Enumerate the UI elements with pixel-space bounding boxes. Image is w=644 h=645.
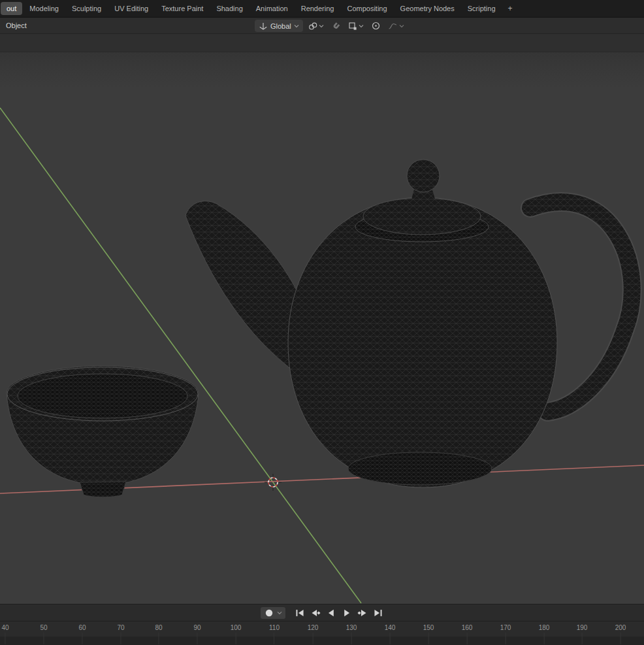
add-workspace-button[interactable]: +	[503, 3, 518, 14]
viewport-header: Object Global	[0, 18, 644, 34]
ruler-tick-label: 60	[78, 624, 86, 631]
tab-compositing[interactable]: Compositing	[341, 2, 393, 15]
ruler-tick-label: 50	[40, 624, 47, 631]
ruler-tick-label: 90	[193, 624, 201, 631]
play-reverse-button[interactable]	[326, 608, 336, 618]
ruler-tick-label: 170	[500, 624, 511, 631]
timeline-ruler[interactable]: 40 50 60 70 80 90 100 110 120 130 140 15…	[0, 621, 644, 645]
ruler-tick-label: 70	[117, 624, 124, 631]
tab-texture-paint[interactable]: Texture Paint	[155, 2, 209, 15]
tab-shading[interactable]: Shading	[210, 2, 248, 15]
orientation-dropdown[interactable]: Global	[255, 20, 303, 32]
viewport-canvas[interactable]	[0, 52, 644, 604]
falloff-curve-icon	[388, 22, 398, 31]
ruler-tick-label: 120	[308, 624, 319, 631]
tab-modeling[interactable]: Modeling	[24, 2, 65, 15]
snap-target-icon	[348, 22, 357, 31]
topbar: out Modeling Sculpting UV Editing Textur…	[0, 0, 644, 18]
proportional-editing-icon	[371, 21, 381, 31]
tab-geometry-nodes[interactable]: Geometry Nodes	[394, 2, 460, 15]
viewport-3d[interactable]	[0, 52, 644, 604]
orientation-label: Global	[270, 22, 291, 30]
ruler-tick-label: 150	[423, 624, 434, 631]
timeline-header	[0, 604, 644, 621]
jump-to-previous-keyframe-button[interactable]	[310, 608, 321, 618]
tab-layout[interactable]: out	[1, 2, 22, 15]
pivot-point-dropdown[interactable]	[306, 20, 326, 32]
tab-rendering[interactable]: Rendering	[295, 2, 340, 15]
tab-scripting[interactable]: Scripting	[462, 2, 502, 15]
chevron-down-icon	[319, 24, 324, 28]
ruler-tick-label: 140	[385, 624, 396, 631]
ruler-tick-label: 190	[577, 624, 588, 631]
ruler-tick-label: 180	[539, 624, 550, 631]
jump-to-next-keyframe-button[interactable]	[357, 608, 368, 618]
tab-animation[interactable]: Animation	[250, 2, 294, 15]
chevron-down-icon[interactable]	[277, 611, 282, 615]
object-mode-selector[interactable]: Object	[6, 22, 27, 29]
blender-window: out Modeling Sculpting UV Editing Textur…	[0, 0, 644, 645]
timeline-track-area[interactable]	[0, 637, 644, 645]
orientation-icon	[259, 22, 268, 31]
tool-settings-bar	[0, 34, 644, 52]
ruler-tick-label: 40	[1, 624, 8, 631]
ruler-tick-label: 200	[615, 624, 626, 631]
chevron-down-icon	[294, 24, 299, 28]
ruler-tick-label: 80	[155, 624, 162, 631]
ruler-tick-label: 110	[269, 624, 280, 631]
snap-magnet-toggle[interactable]	[329, 20, 343, 32]
proportional-editing-toggle[interactable]	[369, 20, 383, 32]
ruler-tick-label: 130	[346, 624, 357, 631]
chevron-down-icon	[399, 24, 404, 28]
chevron-down-icon	[359, 24, 364, 28]
tab-uv-editing[interactable]: UV Editing	[108, 2, 154, 15]
jump-to-start-button[interactable]	[295, 608, 305, 618]
snap-target-dropdown[interactable]	[346, 20, 366, 32]
pivot-point-icon	[308, 22, 317, 31]
transport-controls	[295, 608, 383, 618]
record-icon	[264, 608, 274, 618]
play-forward-button[interactable]	[342, 608, 352, 618]
teapot-wireframe[interactable]	[185, 159, 632, 488]
auto-key-toggle[interactable]	[261, 607, 285, 619]
snap-magnet-icon	[331, 21, 341, 31]
ruler-tick-label: 100	[231, 624, 242, 631]
bowl-wireframe[interactable]	[7, 366, 199, 497]
tab-sculpting[interactable]: Sculpting	[66, 2, 107, 15]
jump-to-end-button[interactable]	[373, 608, 383, 618]
ruler-tick-label: 160	[462, 624, 473, 631]
transform-snap-cluster: Global	[255, 20, 406, 32]
falloff-dropdown[interactable]	[386, 20, 406, 32]
